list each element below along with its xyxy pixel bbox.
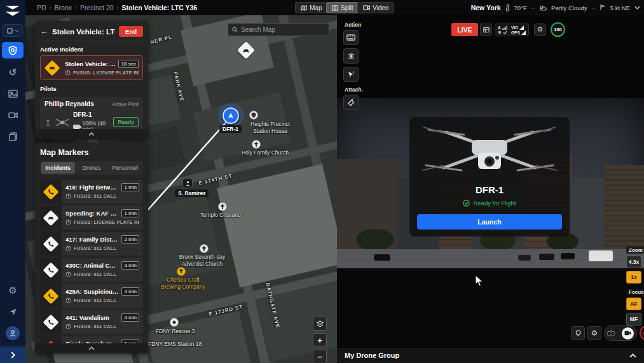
fusus-icon: [65, 70, 71, 76]
point-select-button[interactable]: [343, 67, 359, 82]
skydio-logo: [4, 3, 21, 18]
sidebar-item-streams[interactable]: [3, 107, 23, 123]
adventist-poi-icon[interactable]: [200, 244, 209, 253]
drone-status-card: DFR-1 Ready for Flight Launch: [409, 117, 570, 236]
collapse-markers-panel[interactable]: [35, 343, 148, 353]
attach-toolbar-label: Attach.: [345, 86, 363, 93]
map-zoom-out-button[interactable]: −: [313, 350, 327, 363]
back-arrow-icon[interactable]: ←: [40, 27, 48, 36]
tab-incidents[interactable]: Incidents: [41, 162, 75, 174]
car-icon: [237, 41, 255, 59]
breadcrumb-incident: Stolen Vehicle: LTC Y36: [122, 4, 198, 11]
zoom-control-label: Zoom: [626, 247, 644, 254]
active-incident-panel: ← Stolen Vehicle: LTC Y36 End Active Inc…: [35, 21, 148, 139]
drone-video-panel: Action Attach. LIVE A: [337, 15, 644, 363]
video-settings-button[interactable]: ⚙: [534, 24, 546, 36]
breadcrumb-region[interactable]: Bronx: [55, 4, 72, 11]
drone-card-name: DFR-1: [476, 184, 504, 195]
incident-age-badge: 1 min: [121, 183, 139, 191]
sidebar-item-reports[interactable]: [3, 128, 23, 145]
incident-list-item[interactable]: 441: Vandalism4 min FUSUS: 911 CALL: [40, 310, 143, 334]
incident-age-badge: 4 min: [121, 287, 139, 296]
chevron-right-icon: [11, 352, 15, 359]
manual-focus-button[interactable]: MF: [626, 313, 641, 325]
brewery-poi-icon[interactable]: [177, 267, 186, 276]
zoom-1x-button[interactable]: 1x: [626, 271, 641, 284]
incident-title: 416: Fight Between Two Individ...: [65, 184, 119, 191]
drone-map-marker[interactable]: [223, 107, 239, 124]
chevron-down-icon: [634, 6, 640, 10]
map-search[interactable]: [228, 23, 329, 36]
spotlight-attachment-button[interactable]: [343, 95, 359, 110]
breadcrumb-org[interactable]: PD: [37, 4, 46, 11]
my-drone-group-bar[interactable]: My Drone Group: [337, 347, 644, 363]
sidebar-expand-button[interactable]: [0, 346, 25, 363]
phone-icon: [43, 262, 58, 278]
incident-list-item[interactable]: 430C: Animal Complaint3 min FUSUS: 911 C…: [40, 258, 143, 282]
personnel-map-marker[interactable]: [182, 178, 193, 188]
map-view-button[interactable]: Map: [295, 2, 327, 13]
video-view-button[interactable]: Video: [357, 2, 394, 13]
drone-marker-label: DFR-1: [219, 125, 242, 133]
templo-poi-icon[interactable]: [218, 202, 227, 211]
map-zoom-in-button[interactable]: +: [313, 333, 327, 347]
incident-source: FUSUS: 911 CALL: [65, 245, 139, 251]
active-incident-card[interactable]: Stolen Vehicle: LTC Y36 18 sec FUSUS: LI…: [40, 55, 143, 80]
orbit-poi-button[interactable]: [343, 48, 359, 64]
share-button[interactable]: [3, 303, 23, 320]
incident-list-item[interactable]: 417: Family Disturbance2 min FUSUS: 911 …: [40, 232, 143, 256]
sidebar-item-history[interactable]: ↺: [3, 64, 23, 80]
tab-drones[interactable]: Drones: [75, 162, 109, 174]
search-input[interactable]: [241, 26, 325, 33]
user-avatar[interactable]: [6, 326, 20, 340]
launch-button[interactable]: Launch: [417, 214, 562, 229]
camera-settings-button[interactable]: ⚙: [587, 326, 601, 340]
autofocus-button[interactable]: AF: [626, 298, 641, 310]
weather-widget[interactable]: New York 70°F – Partly Cloudy – 5 kt NE: [471, 0, 640, 15]
signal-wedge-icon: [519, 25, 524, 30]
zoom-4-3x-button[interactable]: 4.3x: [626, 256, 641, 268]
battery-icon: [73, 125, 80, 129]
lights-button[interactable]: [571, 326, 585, 340]
gps-indicator: GPS: [511, 31, 520, 35]
workspace-selector[interactable]: [3, 24, 23, 37]
weather-wind: 5 kt NE: [610, 4, 630, 11]
pilot-drone-name: DFR-1: [73, 111, 109, 119]
split-view-button[interactable]: Split: [326, 2, 359, 13]
map-layers-button[interactable]: [313, 317, 327, 331]
weather-location: New York: [471, 4, 501, 11]
search-icon: [232, 27, 238, 33]
sidebar-item-media[interactable]: [3, 85, 23, 102]
settings-gear-icon[interactable]: ⚙: [3, 282, 23, 298]
sidebar-item-dfr-active[interactable]: [2, 42, 24, 58]
brewery-poi-label: Chelsea CraftBrewing Company: [151, 277, 215, 290]
breadcrumb[interactable]: PD› Bronx› Precinct 20› Stolen Vehicle: …: [37, 0, 197, 15]
divider: [35, 41, 148, 41]
chevron-down-icon: [15, 29, 19, 32]
chevron-up-icon: [88, 346, 95, 350]
fusus-icon: [65, 271, 71, 277]
tab-personnel[interactable]: Personnel: [108, 162, 142, 174]
incident-panel-title: Stolen Vehicle: LTC Y36: [52, 28, 115, 36]
photo-video-toggle[interactable]: [604, 325, 637, 341]
stolen-vehicle-icon: [44, 60, 60, 76]
map-thumbnail-icon: [7, 28, 13, 34]
personnel-marker-label: S. Ramirez: [175, 189, 209, 197]
map-markers-title: Map Markers: [40, 148, 143, 157]
end-incident-button[interactable]: End: [119, 26, 143, 37]
battery-ring: 100: [551, 22, 565, 37]
fdny-poi-icon[interactable]: [170, 318, 179, 327]
incident-list-item[interactable]: Speeding: KAF 51671 min FUSUS: LICENSE P…: [40, 206, 143, 229]
breadcrumb-precinct[interactable]: Precinct 20: [80, 4, 114, 11]
thermometer-icon: [505, 4, 510, 11]
incident-list-item[interactable]: 416: Fight Between Two Individ...1 min F…: [40, 180, 143, 203]
collapse-incident-panel[interactable]: [35, 129, 148, 139]
incident-list-item[interactable]: 425A: Suspicious Person4 min FUSUS: 911 …: [40, 284, 143, 308]
keyboard-control-button[interactable]: [343, 30, 359, 45]
church-poi-icon[interactable]: [252, 140, 261, 149]
precinct-poi-icon[interactable]: [249, 111, 258, 120]
telemetry-button[interactable]: [480, 24, 492, 36]
church-poi-label: Holy Family Church: [230, 149, 300, 156]
dfr-application: NER PL PARK AVE E 174TH ST E 173RD ST BA…: [0, 0, 644, 363]
speeding-map-marker[interactable]: [240, 44, 252, 57]
